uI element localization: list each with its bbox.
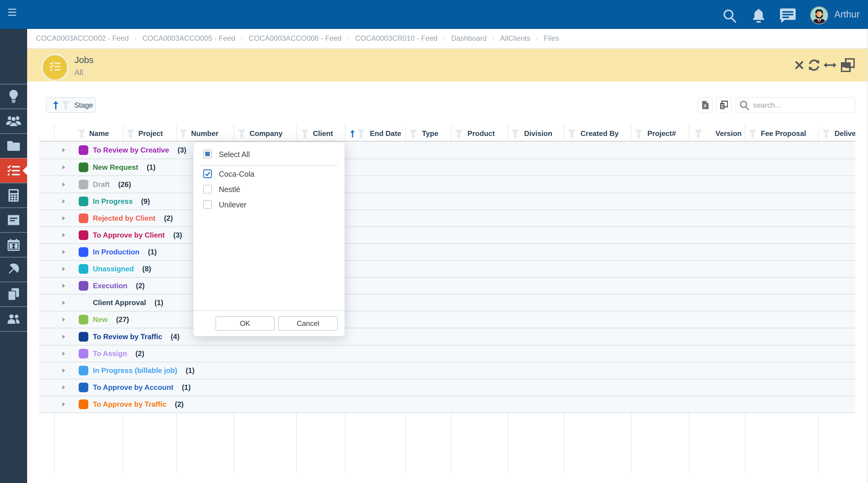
svg-text:X: X bbox=[704, 103, 707, 108]
